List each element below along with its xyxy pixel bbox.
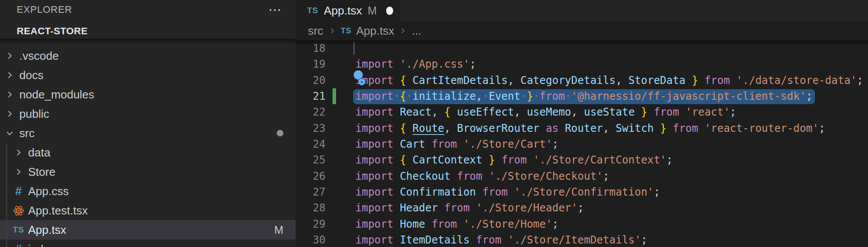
line-number[interactable]: 30 <box>296 232 326 247</box>
tree-item-label: App.tsx <box>28 223 66 237</box>
tree-item-label: docs <box>19 69 43 82</box>
code-line[interactable]: 26import Checkout from './Store/Checkout… <box>296 168 868 184</box>
code-line[interactable]: 27import Confirmation from './Store/Conf… <box>296 184 868 200</box>
selection-highlight: import·{·initialize,·Event·}·from·'@harn… <box>353 89 815 104</box>
line-number[interactable]: 23 <box>296 120 326 136</box>
tree-item-app-tsx[interactable]: TSApp.tsxM <box>0 220 296 240</box>
tree-item-label: .vscode <box>19 49 59 63</box>
line-number[interactable]: 19 <box>296 56 326 72</box>
code-line[interactable]: 29import Home from './Store/Home'; <box>296 216 868 232</box>
tab-git-modified-badge: M <box>368 4 377 17</box>
chevron-right-icon <box>399 27 407 35</box>
explorer-sidebar: EXPLORER ⋯ REACT-STORE .vscodedocsnode_m… <box>0 0 296 247</box>
tree-item-public[interactable]: public <box>0 104 296 123</box>
tree-item-label: index.css <box>28 243 76 247</box>
breadcrumb-bar: srcTSApp.tsx... <box>296 21 868 40</box>
tree-item-store[interactable]: Store <box>0 162 296 182</box>
tab-app-tsx[interactable]: TS App.tsx M <box>296 0 400 21</box>
code-text: import { CartContext } from './Store/Car… <box>355 152 673 168</box>
breadcrumb-item[interactable]: ... <box>412 24 421 38</box>
collaborator-badge-icon: ★ <box>358 79 365 85</box>
line-number[interactable]: 28 <box>296 200 326 216</box>
code-line[interactable]: 18 <box>296 40 868 56</box>
line-number[interactable]: 22 <box>296 104 326 120</box>
code-line[interactable]: 30import ItemDetails from './Store/ItemD… <box>296 232 868 247</box>
tree-item-label: App.css <box>28 185 69 198</box>
code-line[interactable]: 24import Cart from './Store/Cart'; <box>296 136 868 152</box>
tree-item-src[interactable]: src <box>0 123 296 143</box>
line-number[interactable]: 26 <box>296 168 326 184</box>
chevron-down-icon <box>3 128 17 138</box>
tree-item-docs[interactable]: docs <box>0 65 296 85</box>
code-line[interactable]: 20import { CartItemDetails, CategoryDeta… <box>296 73 868 88</box>
code-lines[interactable]: 1819import './App.css';20import { CartIt… <box>296 40 868 247</box>
code-text: import Header from './Store/Header'; <box>355 200 584 216</box>
tree-item-app-css[interactable]: #App.css <box>0 182 296 201</box>
file-tree: .vscodedocsnode_modulespublicsrcdataStor… <box>0 46 296 247</box>
tree-item-data[interactable]: data <box>0 143 296 162</box>
line-number[interactable]: 27 <box>296 184 326 200</box>
tree-item-label: data <box>28 146 51 160</box>
more-actions-icon[interactable]: ⋯ <box>268 5 282 14</box>
code-line[interactable]: 28import Header from './Store/Header'; <box>296 200 868 216</box>
modified-line-gutter-indicator <box>333 88 336 104</box>
git-modified-badge: M <box>274 224 283 236</box>
folder-modified-dot-badge <box>277 130 283 137</box>
line-number[interactable]: 18 <box>296 40 326 56</box>
explorer-header: EXPLORER ⋯ <box>0 0 296 18</box>
breadcrumb-item[interactable]: src <box>308 24 323 38</box>
code-line[interactable]: 23import { Route, BrowserRouter as Route… <box>296 120 868 136</box>
tree-indent-guide <box>6 144 7 247</box>
explorer-title: EXPLORER <box>17 4 72 15</box>
code-text: import React, { useEffect, useMemo, useS… <box>355 104 736 120</box>
breadcrumb-item[interactable]: App.tsx <box>356 24 394 38</box>
code-line[interactable]: 19import './App.css'; <box>296 56 868 72</box>
typescript-icon: TS <box>307 6 318 15</box>
tree-item-node-modules[interactable]: node_modules <box>0 85 296 104</box>
css-file-icon: # <box>11 243 25 247</box>
tree-item-app-test-tsx[interactable]: App.test.tsx <box>0 201 296 220</box>
code-text: import Confirmation from './Store/Confir… <box>355 184 660 200</box>
react-test-file-icon <box>11 205 25 217</box>
tree-item--vscode[interactable]: .vscode <box>0 46 296 65</box>
project-section-header[interactable]: REACT-STORE <box>0 25 296 38</box>
line-number[interactable]: 21 <box>296 88 326 104</box>
tab-label: App.tsx <box>324 4 362 18</box>
line-number[interactable]: 25 <box>296 152 326 168</box>
chevron-right-icon <box>3 70 17 80</box>
code-line[interactable]: 25import { CartContext } from './Store/C… <box>296 152 868 168</box>
code-text: import './App.css'; <box>355 56 476 72</box>
sidebar-scroll-shadow <box>0 39 296 44</box>
line-number[interactable]: 29 <box>296 216 326 232</box>
chevron-right-icon <box>3 51 17 61</box>
code-text: import Home from './Store/Home'; <box>355 216 558 232</box>
chevron-right-icon <box>11 148 25 157</box>
tree-item-label: src <box>19 127 35 140</box>
tree-item-label: Store <box>28 165 55 179</box>
editor-group: TS App.tsx M srcTSApp.tsx... 1819import … <box>296 0 868 247</box>
vscode-window: EXPLORER ⋯ REACT-STORE .vscodedocsnode_m… <box>0 0 868 247</box>
code-text: import Checkout from './Store/Checkout'; <box>355 168 609 184</box>
tab-bar-empty-space <box>400 0 868 21</box>
tree-item-index-css[interactable]: #index.css <box>0 240 296 247</box>
typescript-file-icon: TS <box>11 225 25 235</box>
code-text: import ItemDetails from './Store/ItemDet… <box>355 232 647 247</box>
tab-bar: TS App.tsx M <box>296 0 868 21</box>
code-text: import·{·initialize,·Event·}·from·'@harn… <box>355 88 815 104</box>
chevron-right-icon <box>3 90 17 99</box>
chevron-right-icon <box>3 109 17 119</box>
tree-item-label: node_modules <box>19 88 94 102</box>
unsaved-changes-dot-icon[interactable] <box>386 7 393 15</box>
code-line[interactable]: 21import·{·initialize,·Event·}·from·'@ha… <box>296 88 868 104</box>
css-file-icon: # <box>11 185 25 198</box>
code-line[interactable]: 22import React, { useEffect, useMemo, us… <box>296 104 868 120</box>
line-number[interactable]: 20 <box>296 73 326 88</box>
typescript-icon: TS <box>341 26 351 36</box>
chevron-right-icon <box>11 167 25 177</box>
tree-item-label: App.test.tsx <box>28 204 88 218</box>
line-number[interactable]: 24 <box>296 136 326 152</box>
chevron-right-icon <box>328 27 336 35</box>
code-text: import Cart from './Store/Cart'; <box>355 136 558 152</box>
code-text: import { CartItemDetails, CategoryDetail… <box>355 73 863 88</box>
code-text: import { Route, BrowserRouter as Router,… <box>355 120 825 136</box>
